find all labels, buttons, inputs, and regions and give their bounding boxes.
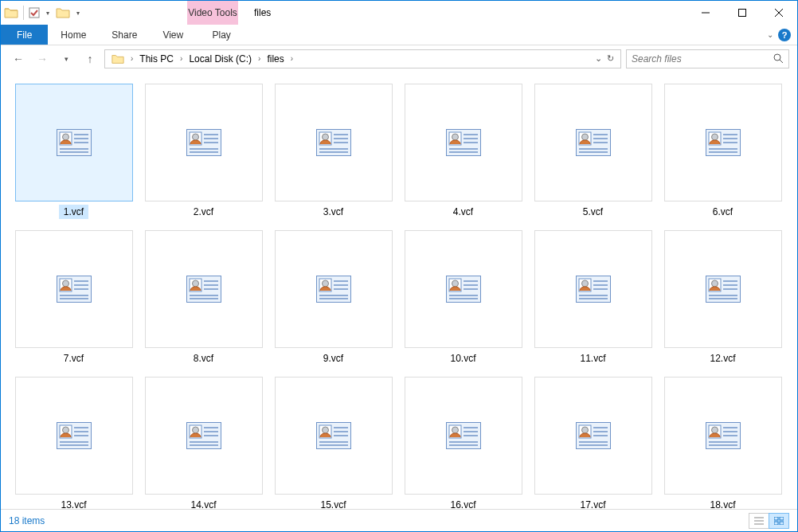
address-bar[interactable]: › This PC › Local Disk (C:) › files › ⌄ … bbox=[104, 49, 621, 68]
view-large-icons-button[interactable] bbox=[769, 513, 789, 529]
refresh-icon[interactable]: ↻ bbox=[607, 53, 614, 64]
search-input[interactable] bbox=[632, 53, 773, 65]
svg-rect-154 bbox=[774, 517, 778, 520]
svg-point-49 bbox=[711, 134, 718, 140]
svg-point-137 bbox=[581, 427, 588, 433]
file-grid: 1.vcf 2.vcf 3.vcf 4.vcf 5.vcf 6.vcf 7. bbox=[12, 84, 791, 509]
address-row: ← → ▾ ↑ › This PC › Local Disk (C:) › fi… bbox=[1, 45, 797, 72]
file-item[interactable]: 15.vcf bbox=[272, 377, 395, 509]
vcf-icon bbox=[145, 84, 263, 201]
file-item[interactable]: 16.vcf bbox=[401, 377, 525, 509]
qat-customize-icon[interactable]: ▾ bbox=[73, 8, 83, 18]
vcf-icon bbox=[664, 230, 782, 348]
vcf-icon bbox=[15, 230, 133, 348]
svg-point-113 bbox=[192, 427, 198, 433]
file-label: 16.vcf bbox=[445, 498, 480, 509]
vcf-icon bbox=[15, 84, 133, 201]
file-label: 7.vcf bbox=[59, 351, 88, 366]
file-pane[interactable]: 1.vcf 2.vcf 3.vcf 4.vcf 5.vcf 6.vcf 7. bbox=[1, 72, 797, 509]
qat-properties-icon[interactable] bbox=[29, 7, 40, 18]
vcf-icon bbox=[145, 377, 263, 495]
svg-point-89 bbox=[581, 280, 588, 287]
file-item[interactable]: 9.vcf bbox=[272, 230, 395, 366]
file-item[interactable]: 5.vcf bbox=[531, 84, 655, 219]
vcf-icon bbox=[405, 230, 522, 348]
tab-home[interactable]: Home bbox=[48, 25, 99, 45]
file-item[interactable]: 8.vcf bbox=[142, 230, 265, 366]
maximize-button[interactable] bbox=[724, 1, 761, 25]
ribbon-collapse-icon[interactable]: ⌄ bbox=[767, 30, 773, 39]
file-item[interactable]: 7.vcf bbox=[12, 230, 135, 366]
breadcrumb-separator-icon[interactable]: › bbox=[178, 54, 184, 63]
svg-point-57 bbox=[62, 280, 68, 287]
nav-up-button[interactable]: ↑ bbox=[80, 49, 100, 68]
file-item[interactable]: 13.vcf bbox=[12, 377, 135, 509]
file-item[interactable]: 18.vcf bbox=[661, 377, 784, 509]
tab-play[interactable]: Play bbox=[196, 25, 247, 45]
app-folder-icon bbox=[4, 6, 18, 20]
address-dropdown-icon[interactable]: ⌄ bbox=[595, 53, 602, 64]
nav-back-button[interactable]: ← bbox=[9, 49, 28, 68]
contextual-tab-video-tools[interactable]: Video Tools bbox=[187, 1, 238, 25]
file-label: 2.vcf bbox=[189, 205, 218, 219]
file-item[interactable]: 3.vcf bbox=[272, 84, 395, 219]
file-label: 13.vcf bbox=[56, 498, 91, 509]
tab-view[interactable]: View bbox=[150, 25, 196, 45]
vcf-icon bbox=[275, 377, 393, 495]
file-item[interactable]: 2.vcf bbox=[142, 84, 265, 219]
file-item[interactable]: 10.vcf bbox=[401, 230, 525, 366]
svg-point-81 bbox=[452, 280, 458, 287]
close-button[interactable] bbox=[761, 1, 797, 25]
titlebar: ▾ ▾ Video Tools files bbox=[1, 1, 797, 25]
breadcrumb-local-disk[interactable]: Local Disk (C:) bbox=[186, 53, 255, 65]
file-item[interactable]: 11.vcf bbox=[531, 230, 655, 366]
file-item[interactable]: 17.vcf bbox=[531, 377, 655, 509]
nav-recent-dropdown-icon[interactable]: ▾ bbox=[57, 49, 76, 68]
quick-access-toolbar: ▾ ▾ bbox=[1, 6, 86, 20]
breadcrumb-files[interactable]: files bbox=[264, 53, 287, 65]
view-details-button[interactable] bbox=[749, 513, 769, 529]
search-icon[interactable] bbox=[773, 53, 784, 64]
nav-forward-button[interactable]: → bbox=[33, 49, 52, 68]
tab-share[interactable]: Share bbox=[99, 25, 150, 45]
breadcrumb-separator-icon[interactable]: › bbox=[129, 54, 135, 63]
svg-point-129 bbox=[452, 427, 458, 433]
file-label: 4.vcf bbox=[448, 205, 478, 219]
svg-point-73 bbox=[322, 280, 328, 287]
vcf-icon bbox=[664, 377, 782, 495]
help-icon[interactable]: ? bbox=[778, 29, 791, 41]
ribbon-tabs: File Home Share View Play ⌄ ? bbox=[1, 25, 797, 45]
tab-file[interactable]: File bbox=[1, 25, 48, 45]
file-label: 8.vcf bbox=[189, 351, 218, 366]
qat-separator bbox=[23, 6, 24, 20]
vcf-icon bbox=[534, 230, 652, 348]
vcf-icon bbox=[275, 84, 393, 201]
file-label: 9.vcf bbox=[319, 351, 348, 366]
svg-point-97 bbox=[711, 280, 718, 287]
window-title: files bbox=[254, 7, 271, 18]
file-item[interactable]: 1.vcf bbox=[12, 84, 135, 219]
qat-dropdown-icon[interactable]: ▾ bbox=[43, 8, 53, 18]
minimize-button[interactable] bbox=[687, 1, 724, 25]
vcf-icon bbox=[145, 230, 263, 348]
file-item[interactable]: 12.vcf bbox=[661, 230, 784, 366]
file-item[interactable]: 6.vcf bbox=[661, 84, 784, 219]
svg-rect-0 bbox=[29, 8, 39, 18]
vcf-icon bbox=[664, 84, 782, 201]
file-item[interactable]: 4.vcf bbox=[401, 84, 525, 219]
qat-newfolder-icon[interactable] bbox=[56, 6, 70, 20]
breadcrumb-separator-icon[interactable]: › bbox=[289, 54, 295, 63]
svg-point-33 bbox=[452, 134, 458, 140]
file-label: 6.vcf bbox=[708, 205, 737, 219]
file-label: 15.vcf bbox=[315, 498, 350, 509]
search-box[interactable] bbox=[626, 49, 789, 68]
vcf-icon bbox=[534, 84, 652, 201]
view-toggle bbox=[749, 513, 789, 529]
file-item[interactable]: 14.vcf bbox=[142, 377, 265, 509]
breadcrumb-separator-icon[interactable]: › bbox=[256, 54, 262, 63]
vcf-icon bbox=[405, 84, 522, 201]
svg-line-6 bbox=[780, 60, 783, 63]
svg-point-145 bbox=[711, 427, 718, 433]
breadcrumb-this-pc[interactable]: This PC bbox=[136, 53, 177, 65]
svg-point-5 bbox=[774, 54, 780, 61]
